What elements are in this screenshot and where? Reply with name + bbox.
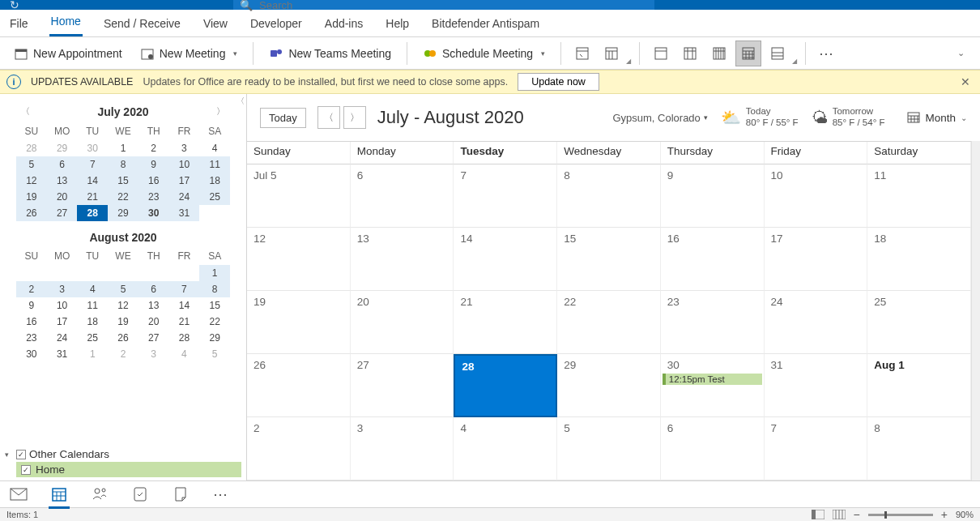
mini-cal-day[interactable]: 16 [16, 314, 47, 330]
mini-cal-day[interactable]: 30 [16, 346, 47, 362]
mini-cal-day[interactable]: 10 [47, 297, 78, 314]
calendar-cell[interactable]: 9 [661, 164, 765, 228]
mini-cal-day[interactable]: 18 [199, 173, 230, 189]
mini-cal-day[interactable]: 30 [138, 205, 169, 221]
mini-cal-day[interactable]: 9 [16, 297, 47, 314]
tab-send-receive[interactable]: Send / Receive [102, 12, 182, 36]
mini-cal-day[interactable]: 7 [77, 156, 108, 173]
calendar-cell[interactable]: 27 [351, 354, 454, 417]
tab-addins[interactable]: Add-ins [323, 12, 364, 36]
calendar-cell[interactable]: 23 [661, 291, 765, 354]
mini-cal-day[interactable]: 27 [47, 205, 78, 221]
sync-icon[interactable]: ↻ [6, 0, 23, 13]
mini-cal-day[interactable]: 13 [138, 297, 169, 314]
calendar-cell[interactable]: 3012:15pm Test [661, 354, 765, 417]
dropdown-icon[interactable]: ▾ [541, 49, 545, 58]
checkbox[interactable]: ✓ [16, 450, 26, 459]
mini-cal-day[interactable]: 25 [77, 330, 108, 346]
mini-cal-day[interactable]: 29 [47, 140, 78, 156]
prev-month-icon[interactable]: 〈 [16, 104, 35, 119]
mini-cal-day[interactable]: 15 [199, 297, 230, 314]
mini-cal-day[interactable]: 1 [199, 265, 230, 281]
mini-cal-day[interactable]: 2 [108, 346, 138, 362]
expand-icon[interactable]: ▾ [5, 451, 13, 459]
calendar-cell[interactable]: 26 [247, 354, 351, 417]
scrollbar[interactable] [971, 141, 980, 480]
month-view-icon[interactable] [735, 41, 761, 66]
mini-cal-day[interactable]: 22 [108, 189, 138, 205]
view-selector[interactable]: Month ⌄ [907, 111, 967, 124]
mini-cal-day[interactable]: 28 [169, 330, 200, 346]
update-now-button[interactable]: Update now [518, 73, 599, 91]
zoom-slider[interactable] [868, 514, 933, 516]
search-box[interactable]: 🔍 [233, 0, 654, 10]
calendar-cell[interactable]: 16 [661, 228, 765, 291]
mini-cal-day[interactable]: 3 [47, 281, 78, 297]
search-input[interactable] [259, 0, 648, 11]
mini-cal-day[interactable]: 17 [47, 314, 78, 330]
mini-cal-day[interactable]: 26 [16, 205, 47, 221]
view-normal-icon[interactable] [812, 510, 824, 519]
calendar-cell[interactable]: 8 [557, 164, 661, 228]
calendar-icon[interactable] [50, 485, 68, 503]
mini-cal-day[interactable]: 4 [199, 140, 230, 156]
tasks-icon[interactable] [131, 485, 149, 503]
calendar-cell[interactable]: 6 [661, 417, 765, 480]
calendar-cell[interactable]: Jul 5 [247, 164, 351, 228]
mini-cal-day[interactable]: 14 [77, 173, 108, 189]
mini-cal-day[interactable]: 16 [138, 173, 169, 189]
mini-cal-day[interactable]: 20 [138, 314, 169, 330]
mini-cal-day[interactable]: 29 [199, 330, 230, 346]
calendar-cell[interactable]: 6 [351, 164, 454, 228]
mini-cal-day[interactable]: 24 [169, 189, 200, 205]
calendar-cell[interactable]: 31 [765, 354, 868, 417]
zoom-in-icon[interactable]: + [941, 508, 948, 521]
mini-cal-day[interactable]: 3 [138, 346, 169, 362]
calendar-cell[interactable]: 8 [867, 417, 971, 480]
mini-cal-day[interactable]: 10 [169, 156, 200, 173]
calendar-cell[interactable]: 20 [351, 291, 454, 354]
mini-cal-day[interactable]: 21 [77, 189, 108, 205]
mini-cal-day[interactable] [138, 265, 169, 281]
mini-cal-day[interactable]: 7 [169, 281, 200, 297]
mini-cal-day[interactable]: 1 [77, 346, 108, 362]
zoom-out-icon[interactable]: − [854, 508, 860, 521]
mini-cal-day[interactable]: 20 [47, 189, 78, 205]
mini-cal-day[interactable]: 28 [16, 140, 47, 156]
calendar-cell[interactable]: 10 [765, 164, 868, 228]
group-launcher-icon[interactable]: ◢ [626, 58, 631, 65]
calendar-cell[interactable]: 25 [867, 291, 971, 354]
mini-cal-day[interactable]: 6 [47, 156, 78, 173]
calendar-home[interactable]: ✓ Home [16, 462, 241, 477]
mini-cal-day[interactable]: 5 [16, 156, 47, 173]
mini-cal-day[interactable]: 27 [138, 330, 169, 346]
tab-bitdefender[interactable]: Bitdefender Antispam [430, 12, 541, 36]
mini-cal-day[interactable]: 12 [108, 297, 138, 314]
next-7-days-icon[interactable] [599, 41, 624, 66]
week-view-icon[interactable] [706, 41, 732, 66]
mini-cal-day[interactable]: 4 [77, 281, 108, 297]
mini-cal-day[interactable]: 30 [77, 140, 108, 156]
calendar-cell[interactable]: 28 [454, 354, 557, 417]
checkbox[interactable]: ✓ [21, 465, 31, 475]
new-meeting-button[interactable]: New Meeting ▾ [133, 42, 245, 65]
prev-period-button[interactable]: 〈 [317, 106, 340, 129]
next-period-button[interactable]: 〉 [343, 106, 366, 129]
mini-cal-day[interactable]: 19 [108, 314, 138, 330]
calendar-cell[interactable]: 13 [351, 228, 454, 291]
month-grid[interactable]: SundayMondayTuesdayWednesdayThursdayFrid… [247, 141, 971, 480]
view-reading-icon[interactable] [833, 510, 846, 519]
work-week-view-icon[interactable] [677, 41, 703, 66]
mini-cal-day[interactable]: 29 [108, 205, 138, 221]
people-icon[interactable] [91, 485, 109, 503]
mini-cal-day[interactable]: 23 [16, 330, 47, 346]
mini-cal-day[interactable]: 5 [199, 346, 230, 362]
calendar-cell[interactable]: 12 [247, 228, 351, 291]
mini-cal-day[interactable]: 15 [108, 173, 138, 189]
mini-cal-day[interactable]: 21 [169, 314, 200, 330]
mini-cal-day[interactable]: 11 [199, 156, 230, 173]
mini-cal-day[interactable]: 17 [169, 173, 200, 189]
mini-cal-day[interactable]: 19 [16, 189, 47, 205]
mini-cal-day[interactable]: 25 [199, 189, 230, 205]
mini-cal-day[interactable]: 8 [199, 281, 230, 297]
